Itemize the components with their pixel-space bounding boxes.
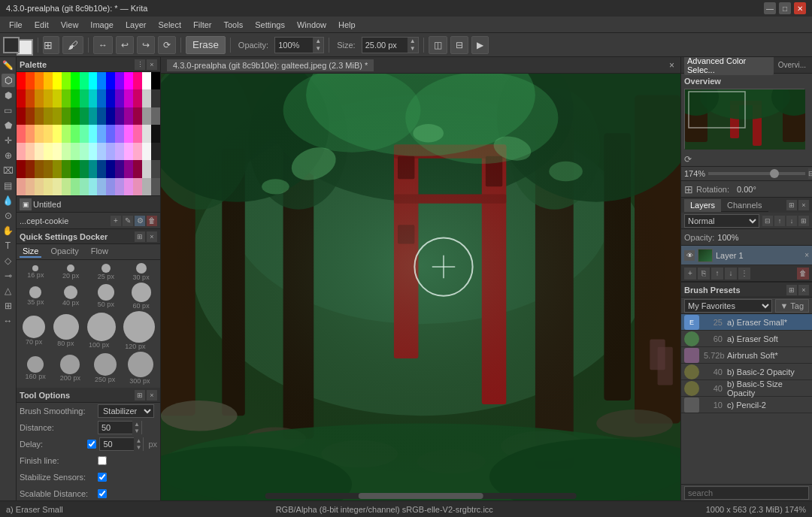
color-swatch[interactable] [71,72,80,89]
color-swatch[interactable] [142,160,151,177]
blend-icon-1[interactable]: ⊟ [762,216,773,226]
to-finish-line-check[interactable] [98,456,107,465]
color-swatch[interactable] [97,107,106,125]
undo-btn[interactable]: ↩ [116,36,134,54]
color-swatch[interactable] [124,107,133,125]
brush-50[interactable]: 50 px [94,284,118,308]
color-swatch[interactable] [106,72,115,89]
blend-icon-2[interactable]: ↑ [774,216,785,226]
menu-item-filter[interactable]: Filter [187,19,217,31]
layer-item-1[interactable]: 👁 Layer 1 × [681,246,812,265]
color-swatch[interactable] [35,143,44,160]
bp-item-pencil[interactable]: 10 c) Pencil-2 [681,397,812,413]
move-btn[interactable]: ↔ [93,36,113,54]
color-swatch[interactable] [89,143,98,160]
bp-item-eraser-soft[interactable]: 60 a) Eraser Soft [681,331,812,347]
color-swatch[interactable] [35,107,44,125]
tab-overview[interactable]: Overvi... [775,60,809,70]
layers-float-btn[interactable]: ⊞ [786,200,797,210]
layer-action-down[interactable]: ↓ [725,268,737,280]
redo-btn[interactable]: ↪ [137,36,155,54]
layers-tab[interactable]: Layers [684,199,721,212]
color-swatch[interactable] [17,72,26,89]
overview-thumbnail[interactable] [684,89,804,149]
color-swatch[interactable] [17,178,26,195]
menu-item-file[interactable]: File [3,19,29,31]
to-scalable-check[interactable] [98,489,107,498]
color-swatch[interactable] [142,72,151,89]
color-swatch[interactable] [53,107,62,125]
color-swatch[interactable] [71,160,80,177]
layers-close-btn[interactable]: × [798,200,809,210]
layer-action-copy[interactable]: ⎘ [698,268,710,280]
bp-search-input[interactable] [684,486,809,500]
color-swatch[interactable] [124,125,133,142]
color-swatch[interactable] [44,178,53,195]
tool-pan[interactable]: ✋ [2,224,15,237]
tab-advanced-color[interactable]: Advanced Color Selec... [684,57,774,75]
menu-item-image[interactable]: Image [84,19,120,31]
bp-close-btn[interactable]: × [798,285,809,295]
color-swatch[interactable] [71,107,80,125]
layer-add-btn[interactable]: + [111,216,121,226]
color-swatch[interactable] [35,160,44,177]
layer-action-up[interactable]: ↑ [711,268,723,280]
size-down[interactable]: ▼ [408,45,418,53]
maximize-button[interactable]: □ [779,2,791,14]
color-swatch[interactable] [89,160,98,177]
color-swatch[interactable] [97,178,106,195]
color-swatch[interactable] [124,178,133,195]
color-swatch[interactable] [71,143,80,160]
brush-100[interactable]: 100 px [87,313,116,349]
blend-icon-3[interactable]: ↓ [786,216,797,226]
qs-tab-size[interactable]: Size [20,246,41,258]
color-swatch[interactable] [26,160,35,177]
color-swatch[interactable] [44,160,53,177]
size-spinner[interactable]: ▲ ▼ [408,38,418,53]
opacity-down[interactable]: ▼ [313,45,323,53]
palette-menu-btn[interactable]: ⋮ [135,59,145,70]
bp-item-basic-2[interactable]: 40 b) Basic-2 Opacity [681,364,812,380]
tool-select-contiguous[interactable]: ⬟ [2,119,15,132]
canvas-tab-item[interactable]: 4.3.0-prealpha (git 8c9b10e): galteed.jp… [167,59,374,71]
qs-tab-opacity[interactable]: Opacity [47,246,81,258]
color-swatch[interactable] [62,160,71,177]
color-swatch[interactable] [80,72,89,89]
color-swatch[interactable] [62,125,71,142]
menu-item-window[interactable]: Window [291,19,332,31]
color-swatch[interactable] [115,89,124,107]
color-swatch[interactable] [26,107,35,125]
qs-tab-flow[interactable]: Flow [88,246,111,258]
color-swatch[interactable] [133,160,142,177]
brush-30[interactable]: 30 px [129,263,153,281]
bp-float-btn[interactable]: ⊞ [786,285,797,295]
to-brush-smoothing-select[interactable]: Stabilizer [98,404,154,418]
layer-action-more[interactable]: ⋮ [738,268,750,280]
to-delay-check[interactable] [87,440,96,449]
color-swatch[interactable] [80,107,89,125]
color-swatch[interactable] [151,125,160,142]
palette-close-btn[interactable]: × [147,59,157,70]
color-swatch[interactable] [35,178,44,195]
tool-select-rect[interactable]: ▭ [2,104,15,117]
tool-eraser[interactable]: ⬡ [2,74,15,87]
bp-preset-filter[interactable]: My Favorites [684,299,772,313]
blend-icon-4[interactable]: ⊞ [798,216,809,226]
brush-35[interactable]: 35 px [23,286,47,306]
color-swatch[interactable] [17,125,26,142]
color-swatch[interactable] [62,178,71,195]
color-swatch[interactable] [53,143,62,160]
tool-vector[interactable]: ◇ [2,254,15,268]
rotation-reset-icon[interactable]: ⊞ [684,183,693,195]
color-swatch[interactable] [133,72,142,89]
color-swatch[interactable] [106,89,115,107]
qs-float-btn[interactable]: ⊞ [135,231,145,242]
canvas-tab-close[interactable]: × [669,60,674,71]
color-swatch[interactable] [62,107,71,125]
color-swatch[interactable] [142,89,151,107]
color-swatch[interactable] [44,143,53,160]
color-swatch[interactable] [124,72,133,89]
tool-move[interactable]: ✛ [2,134,15,147]
brush-preset-btn[interactable]: 🖌 [62,36,83,54]
mirror-y-btn[interactable]: ⊟ [450,36,468,54]
